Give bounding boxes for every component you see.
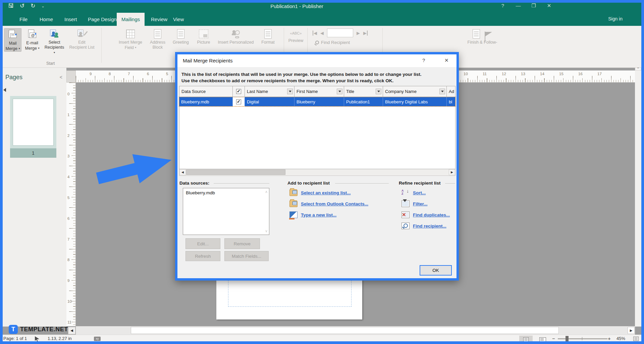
recipient-cell[interactable]: Blueberry Digital Labs <box>383 97 447 106</box>
horizontal-scrollbar-thumb[interactable] <box>131 327 559 334</box>
recipient-cell[interactable] <box>233 97 245 106</box>
restore-button[interactable]: ❐ <box>530 3 537 9</box>
column-header-Ad[interactable]: Ad <box>447 86 455 97</box>
close-button[interactable]: ✕ <box>545 3 553 9</box>
email-merge-button[interactable]: @ E-mail Merge ▾ <box>23 28 42 51</box>
fit-page-button[interactable] <box>633 337 639 341</box>
link-row: Find duplicates... <box>401 211 450 218</box>
sort-dropdown-icon[interactable] <box>287 89 293 94</box>
column-header-Data Source[interactable]: Data Source <box>179 86 233 97</box>
filter-icon <box>401 200 410 207</box>
tab-insert[interactable]: Insert <box>60 13 82 26</box>
save-icon[interactable]: 🖫 <box>8 3 14 9</box>
select-from-outlook-contacts-link[interactable]: Select from Outlook Contacts... <box>301 201 368 206</box>
page-thumbnail[interactable]: 1 <box>10 96 56 158</box>
table-scroll-right-icon[interactable]: ▶ <box>449 169 455 175</box>
recipients-table-header: Data SourceLast NameFirst NameTitleCompa… <box>179 86 455 97</box>
find-duplicates-icon <box>401 211 410 218</box>
template-net-watermark: T TEMPLATE.NET <box>9 325 68 334</box>
zoom-percentage[interactable]: 45% <box>616 336 625 341</box>
column-header-Company Name[interactable]: Company Name <box>383 86 447 97</box>
match-fields-button: Match Fields... <box>224 251 269 261</box>
recipient-row[interactable]: Blueberry.mdbDigitalBlueberryPublication… <box>179 97 455 106</box>
link-row: Type a new list... <box>289 211 336 218</box>
ruler-number: 15 <box>559 72 564 76</box>
recipient-cell[interactable]: Digital <box>245 97 294 106</box>
minimize-button[interactable]: — <box>515 3 522 9</box>
undo-icon[interactable]: ↺ <box>20 3 24 9</box>
recipient-cell[interactable]: Publication1 <box>344 97 383 106</box>
edit-recipient-list-icon <box>77 30 86 38</box>
select-all-checkbox[interactable] <box>236 89 241 94</box>
table-scroll-left-icon[interactable]: ◀ <box>179 169 186 175</box>
next-record-icon: ▶ <box>357 31 360 36</box>
sort-link[interactable]: Sort... <box>413 190 426 195</box>
sort-dropdown-icon[interactable] <box>337 89 342 94</box>
picture-button: Picture <box>194 28 213 45</box>
two-page-spread-view-button[interactable] <box>536 336 549 343</box>
edit-recipient-list-button: Edit Recipient List <box>66 28 97 50</box>
link-row: Select from Outlook Contacts... <box>289 200 368 207</box>
sort-dropdown-icon[interactable] <box>376 89 381 94</box>
annotation-arrow <box>93 143 176 195</box>
column-header-Title[interactable]: Title <box>344 86 383 97</box>
redo-icon[interactable]: ↻ <box>31 3 35 9</box>
column-header-checkbox[interactable] <box>233 86 245 97</box>
scroll-right-arrow-icon[interactable]: ▶ <box>628 327 635 334</box>
template-net-brand: TEMPLATE.NET <box>20 326 68 333</box>
data-sources-listbox[interactable]: Blueberry.mdb ∧ ∨ <box>183 188 269 235</box>
data-source-item[interactable]: Blueberry.mdb <box>183 188 269 195</box>
zoom-slider-thumb[interactable] <box>566 336 569 341</box>
vertical-ruler[interactable]: 01234567891011 <box>66 83 76 326</box>
ruler-number: 2 <box>67 134 69 138</box>
sign-in-link[interactable]: Sign in <box>608 16 623 21</box>
panel-flyout-arrow-icon[interactable] <box>3 88 6 92</box>
tab-home[interactable]: Home <box>35 13 58 26</box>
recipient-cell[interactable]: Blueberry.mdb <box>179 97 233 106</box>
type-a-new-list-link[interactable]: Type a new list... <box>301 212 336 217</box>
record-number-field[interactable] <box>327 29 353 37</box>
sort-dropdown-icon[interactable] <box>439 89 445 94</box>
template-net-logo-icon: T <box>9 325 18 334</box>
listbox-scroll-up-icon[interactable]: ∧ <box>265 190 268 194</box>
table-scrollbar-thumb[interactable] <box>186 169 285 175</box>
select-an-existing-list-link[interactable]: Select an existing list... <box>301 190 351 195</box>
dialog-title-bar[interactable]: Mail Merge Recipients ? ✕ <box>177 54 457 67</box>
sort-icon: AZ <box>401 189 410 196</box>
horizontal-scrollbar[interactable]: ▶ <box>76 326 635 335</box>
mail-merge-button[interactable]: Mail Merge ▾ <box>4 28 21 52</box>
page-indicator[interactable]: Page: 1 of 1 <box>3 336 27 341</box>
recipient-cell[interactable]: bl <box>447 97 455 106</box>
find-recipient-link[interactable]: Find recipient... <box>413 224 446 229</box>
recipient-checkbox[interactable] <box>236 99 241 104</box>
tab-page-design[interactable]: Page Design <box>83 13 121 26</box>
tab-view[interactable]: View <box>168 13 189 26</box>
filter-link[interactable]: Filter... <box>413 201 428 206</box>
ruler-number: 7 <box>67 237 69 241</box>
column-header-Last Name[interactable]: Last Name <box>245 86 294 97</box>
vertical-scrollbar[interactable]: ▲ <box>635 64 641 327</box>
scroll-left-arrow-icon[interactable]: ◀ <box>68 327 75 334</box>
dialog-help-button[interactable]: ? <box>422 57 425 63</box>
type-new-list-icon <box>289 211 298 218</box>
single-page-view-button[interactable] <box>519 336 533 343</box>
select-recipients-button[interactable]: Select Recipients ▾ <box>44 28 65 55</box>
help-button[interactable]: ? <box>499 3 506 9</box>
recipients-table: Data SourceLast NameFirst NameTitleCompa… <box>179 86 455 176</box>
find-duplicates-link[interactable]: Find duplicates... <box>413 212 450 217</box>
insert-personalized-icon <box>231 30 240 38</box>
recipient-cell[interactable]: Blueberry <box>294 97 344 106</box>
qat-customize-icon[interactable]: ⌄ <box>42 3 45 9</box>
tab-file[interactable]: File <box>15 13 32 26</box>
zoom-out-button[interactable]: − <box>552 336 555 341</box>
collapse-panel-button[interactable]: < <box>60 75 62 80</box>
recipients-table-scrollbar[interactable]: ◀ ▶ <box>179 169 455 176</box>
ok-button[interactable]: OK <box>420 265 452 276</box>
ruler-number: 5 <box>166 72 168 76</box>
format-button: Format <box>258 28 278 45</box>
dialog-close-button[interactable]: ✕ <box>444 57 449 63</box>
tab-mailings[interactable]: Mailings <box>117 13 145 26</box>
column-header-First Name[interactable]: First Name <box>294 86 344 97</box>
listbox-scroll-down-icon[interactable]: ∨ <box>265 229 268 233</box>
zoom-in-button[interactable]: + <box>608 336 611 341</box>
